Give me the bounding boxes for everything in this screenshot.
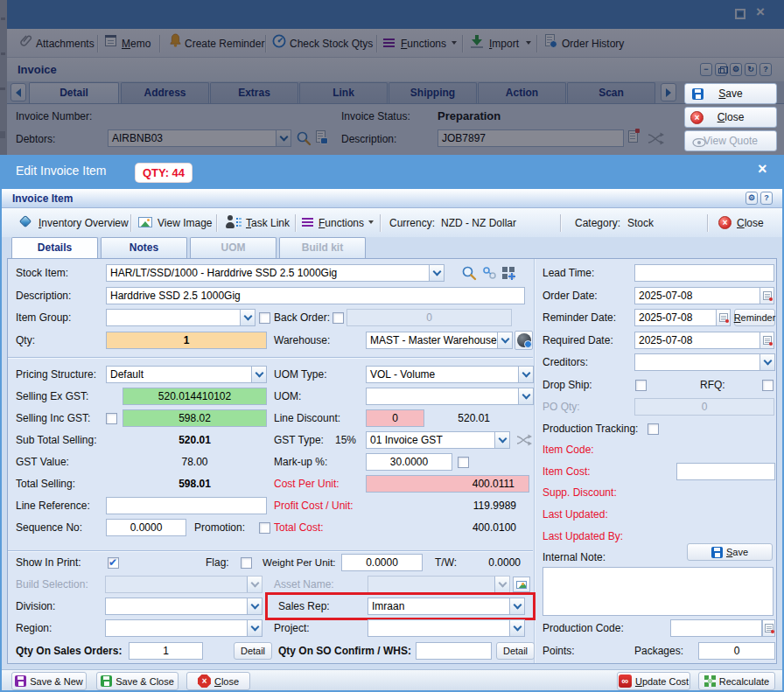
- save-button[interactable]: Save: [684, 83, 777, 104]
- chevron-down-icon: [497, 332, 512, 348]
- asset-name-label: Asset Name:: [274, 578, 334, 591]
- item-group-select[interactable]: [106, 309, 256, 326]
- gst-type-select[interactable]: 01 Invoice GST: [366, 431, 510, 449]
- dialog-functions-button[interactable]: Functions: [318, 216, 364, 230]
- sequence-no-input[interactable]: 0.0000: [106, 519, 186, 536]
- help-button[interactable]: ?: [760, 192, 773, 205]
- tab-build-kit[interactable]: Build kit: [279, 237, 366, 258]
- settings-gear-button[interactable]: ⚙: [746, 192, 758, 205]
- cost-per-unit-input[interactable]: 400.0111: [366, 475, 529, 493]
- calendar-icon[interactable]: [760, 287, 774, 304]
- back-order-checkbox[interactable]: [332, 312, 344, 324]
- lead-time-input[interactable]: [634, 264, 774, 282]
- shuffle-icon[interactable]: [515, 433, 533, 447]
- required-date-input[interactable]: 2025-07-08: [634, 332, 760, 349]
- qty-on-so-confirm-input[interactable]: [416, 642, 492, 660]
- division-select[interactable]: [105, 598, 262, 615]
- packages-input[interactable]: 0: [698, 642, 775, 660]
- chevron-down-icon: [494, 577, 509, 592]
- region-label: Region:: [16, 622, 52, 635]
- gst-value: 78.00: [122, 456, 267, 469]
- chevron-down-icon: [518, 388, 533, 404]
- asset-name-select: [368, 576, 510, 593]
- inventory-overview-button[interactable]: Inventory Overview: [38, 216, 129, 230]
- save-and-new-button[interactable]: Save & New: [11, 672, 87, 690]
- reminder-date-input[interactable]: 2025-07-08: [634, 309, 717, 326]
- internal-note-save-button[interactable]: Save: [687, 543, 773, 561]
- markup-input[interactable]: 30.0000: [366, 453, 452, 471]
- selling-inc-gst-input[interactable]: 598.02: [122, 409, 267, 427]
- creditors-select[interactable]: [634, 353, 775, 371]
- qty-on-sales-orders-input[interactable]: 1: [129, 642, 203, 660]
- region-select[interactable]: [105, 619, 262, 637]
- selling-inc-gst-checkbox[interactable]: [106, 413, 117, 424]
- cost-per-unit-label: Cost Per Unit:: [274, 478, 340, 491]
- asset-image-button[interactable]: [513, 577, 530, 592]
- line-discount-input[interactable]: 0: [366, 409, 424, 427]
- close-button[interactable]: Close: [684, 107, 777, 128]
- show-in-print-checkbox[interactable]: [108, 557, 119, 569]
- promotion-checkbox[interactable]: [259, 522, 270, 534]
- dialog-close-icon[interactable]: ×: [758, 160, 767, 178]
- stock-item-label: Stock Item:: [16, 267, 68, 280]
- qty-input[interactable]: 1: [106, 332, 267, 349]
- chevron-down-icon: [240, 310, 255, 325]
- item-cost-input[interactable]: [676, 463, 775, 480]
- back-order-qty-input: 0: [346, 309, 512, 326]
- markup-checkbox[interactable]: [458, 457, 469, 468]
- reminder-button[interactable]: Reminder: [734, 309, 775, 326]
- save-and-close-button[interactable]: Save & Close: [96, 672, 178, 690]
- recalculate-button[interactable]: Recalculate: [698, 672, 775, 690]
- calendar-icon[interactable]: [760, 332, 774, 349]
- rfq-checkbox[interactable]: [762, 380, 774, 391]
- required-date-label: Required Date:: [542, 334, 613, 347]
- production-code-input[interactable]: [670, 619, 762, 637]
- task-link-button[interactable]: Task Link: [246, 216, 290, 230]
- project-select[interactable]: [368, 619, 525, 637]
- selling-ex-gst-label: Selling Ex GST:: [16, 390, 88, 403]
- profit-cost-label: Profit Cost / Unit:: [274, 500, 354, 513]
- tab-notes[interactable]: Notes: [101, 237, 187, 258]
- weight-per-unit-input[interactable]: 0.0000: [341, 554, 423, 571]
- stock-item-select[interactable]: HAR/LT/SSD/1000 - Harddrive SSD 2.5 1000…: [106, 264, 444, 282]
- chevron-down-icon: [760, 354, 774, 370]
- qty-on-so-confirm-detail-button[interactable]: Detail: [496, 642, 535, 660]
- tab-details[interactable]: Details: [11, 237, 98, 258]
- po-qty-label: PO Qty:: [542, 401, 580, 414]
- uom-select[interactable]: [366, 388, 534, 405]
- inventory-overview-icon: [19, 215, 32, 227]
- related-items-icon[interactable]: [482, 266, 498, 280]
- tw-value: 0.0000: [472, 556, 521, 570]
- drop-ship-checkbox[interactable]: [635, 380, 647, 391]
- line-reference-input[interactable]: [106, 497, 267, 514]
- selling-ex-gst-input[interactable]: 520.014410102: [122, 388, 267, 405]
- warehouse-map-button[interactable]: [514, 331, 533, 350]
- back-order-label: Back Order:: [274, 311, 330, 325]
- add-blocks-icon[interactable]: [501, 266, 516, 280]
- tab-uom[interactable]: UOM: [190, 237, 276, 258]
- calendar-icon[interactable]: [716, 309, 731, 326]
- internal-note-label: Internal Note:: [542, 551, 606, 564]
- item-group-checkbox[interactable]: [259, 312, 270, 324]
- chevron-down-icon: [518, 367, 533, 382]
- warehouse-select[interactable]: MAST - Master Warehouse: [366, 332, 513, 349]
- item-description-input[interactable]: Harddrive SSD 2.5 1000Gig: [106, 287, 525, 304]
- build-selection-select: [105, 576, 262, 593]
- production-tracking-checkbox[interactable]: [648, 423, 659, 435]
- update-cost-button[interactable]: Update Cost: [617, 672, 690, 690]
- uom-type-select[interactable]: VOL - Volume: [366, 366, 534, 383]
- flag-checkbox[interactable]: [241, 557, 252, 569]
- gst-value-label: GST Value:: [16, 456, 69, 469]
- close-button[interactable]: Close: [186, 672, 250, 690]
- calendar-icon[interactable]: [762, 619, 775, 637]
- dialog-close-button[interactable]: Close: [737, 216, 764, 230]
- internal-note-textarea[interactable]: [542, 567, 774, 616]
- division-label: Division:: [16, 600, 55, 613]
- invoice-item-group-title: Invoice Item: [12, 192, 73, 206]
- view-image-button[interactable]: View Image: [158, 216, 212, 230]
- view-quote-button[interactable]: View Quote: [684, 130, 777, 151]
- qty-on-sales-orders-detail-button[interactable]: Detail: [234, 642, 272, 660]
- pricing-structure-select[interactable]: Default: [106, 366, 267, 383]
- search-icon[interactable]: [461, 265, 478, 282]
- order-date-input[interactable]: 2025-07-08: [634, 287, 760, 304]
